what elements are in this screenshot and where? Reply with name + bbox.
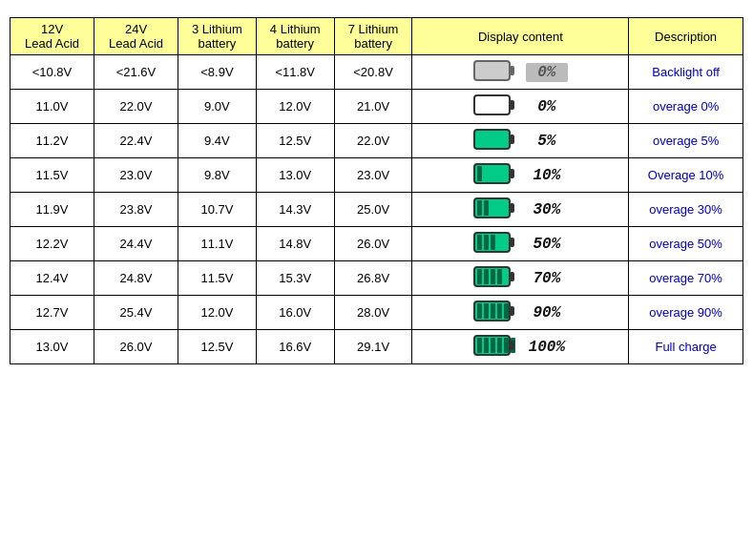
svg-rect-14 bbox=[477, 235, 482, 250]
svg-rect-10 bbox=[477, 200, 482, 216]
cell-v7: 29.1V bbox=[334, 330, 412, 364]
table-row: 11.5V23.0V9.8V13.0V23.0V 10%Overage 10% bbox=[10, 158, 743, 193]
svg-rect-22 bbox=[497, 269, 502, 284]
cell-v12: 11.2V bbox=[10, 124, 94, 158]
svg-rect-25 bbox=[477, 303, 482, 319]
svg-rect-26 bbox=[484, 303, 489, 319]
description-cell: Overage 10% bbox=[629, 158, 743, 193]
svg-rect-5 bbox=[510, 135, 514, 144]
cell-v12: 11.9V bbox=[10, 193, 94, 227]
display-content-cell: 90% bbox=[412, 296, 629, 330]
svg-rect-20 bbox=[484, 269, 489, 284]
cell-v12: <10.8V bbox=[10, 55, 94, 90]
svg-rect-16 bbox=[491, 235, 495, 250]
table-row: 12.2V24.4V11.1V14.8V26.0V 50%overage 50% bbox=[10, 227, 743, 261]
svg-rect-33 bbox=[484, 338, 489, 353]
table-row: 11.0V22.0V9.0V12.0V21.0V 0%overage 0% bbox=[10, 90, 743, 124]
pct-text: 100% bbox=[526, 339, 568, 356]
display-content-cell: 10% bbox=[412, 158, 629, 193]
cell-v4: 16.6V bbox=[256, 330, 334, 364]
svg-rect-17 bbox=[510, 238, 514, 247]
col-header-0: 12VLead Acid bbox=[10, 18, 94, 55]
cell-v4: <11.8V bbox=[256, 55, 334, 90]
pct-text: 5% bbox=[526, 133, 568, 150]
cell-v24: 24.8V bbox=[94, 261, 178, 296]
display-content-cell: 0% bbox=[412, 55, 629, 90]
pct-text: 90% bbox=[526, 304, 568, 321]
cell-v12: 12.7V bbox=[10, 296, 94, 330]
cell-v4: 14.8V bbox=[256, 227, 334, 261]
display-content-cell: 100% bbox=[412, 330, 629, 364]
battery-icon bbox=[473, 334, 522, 360]
cell-v24: 24.4V bbox=[94, 227, 178, 261]
table-row: 11.2V22.4V9.4V12.5V22.0V 5%overage 5% bbox=[10, 124, 743, 158]
svg-rect-4 bbox=[474, 130, 510, 149]
cell-v12: 11.5V bbox=[10, 158, 94, 193]
svg-rect-3 bbox=[510, 100, 514, 110]
battery-icon bbox=[473, 128, 522, 154]
description-cell: Backlight off bbox=[629, 55, 743, 90]
svg-rect-28 bbox=[497, 303, 502, 319]
cell-v3: 11.5V bbox=[178, 261, 257, 296]
svg-rect-30 bbox=[510, 306, 514, 316]
cell-v12: 13.0V bbox=[10, 330, 94, 364]
pct-text: 30% bbox=[526, 201, 568, 218]
cell-v7: 25.0V bbox=[334, 193, 412, 227]
cell-v3: 9.4V bbox=[178, 124, 257, 158]
pct-text: 0% bbox=[526, 63, 568, 82]
description-cell: overage 0% bbox=[629, 90, 743, 124]
battery-icon bbox=[473, 93, 522, 119]
battery-icon bbox=[473, 231, 522, 257]
svg-rect-11 bbox=[484, 200, 489, 216]
cell-v4: 15.3V bbox=[256, 261, 334, 296]
cell-v12: 12.4V bbox=[10, 261, 94, 296]
cell-v4: 16.0V bbox=[256, 296, 334, 330]
col-header-2: 3 Lithiumbattery bbox=[178, 18, 257, 55]
cell-v24: 26.0V bbox=[94, 330, 178, 364]
col-header-3: 4 Lithiumbattery bbox=[256, 18, 334, 55]
description-cell: overage 5% bbox=[629, 124, 743, 158]
cell-v24: 23.8V bbox=[94, 193, 178, 227]
display-content-cell: 70% bbox=[412, 261, 629, 296]
col-header-4: 7 Lithiumbattery bbox=[334, 18, 412, 55]
svg-rect-8 bbox=[510, 169, 514, 178]
svg-rect-27 bbox=[491, 303, 495, 319]
cell-v3: 12.0V bbox=[178, 296, 257, 330]
cell-v7: 21.0V bbox=[334, 90, 412, 124]
battery-icon bbox=[473, 265, 522, 291]
cell-v24: 23.0V bbox=[94, 158, 178, 193]
cell-v7: 26.8V bbox=[334, 261, 412, 296]
cell-v24: <21.6V bbox=[94, 55, 178, 90]
display-content-cell: 0% bbox=[412, 90, 629, 124]
pct-text: 0% bbox=[526, 98, 568, 115]
cell-v12: 11.0V bbox=[10, 90, 94, 124]
svg-rect-12 bbox=[510, 203, 514, 213]
cell-v3: 9.0V bbox=[178, 90, 257, 124]
table-row: 12.7V25.4V12.0V16.0V28.0V 90%overage 90% bbox=[10, 296, 743, 330]
battery-icon bbox=[473, 197, 522, 222]
cell-v3: 12.5V bbox=[178, 330, 257, 364]
svg-rect-0 bbox=[474, 61, 510, 80]
cell-v24: 25.4V bbox=[94, 296, 178, 330]
cell-v7: 28.0V bbox=[334, 296, 412, 330]
col-header-1: 24VLead Acid bbox=[94, 18, 178, 55]
cell-v3: 10.7V bbox=[178, 193, 257, 227]
table-row: 13.0V26.0V12.5V16.6V29.1V 100%Full charg… bbox=[10, 330, 743, 364]
description-cell: overage 30% bbox=[629, 193, 743, 227]
cell-v4: 14.3V bbox=[256, 193, 334, 227]
svg-rect-34 bbox=[491, 338, 495, 353]
battery-icon bbox=[473, 300, 522, 325]
table-row: <10.8V<21.6V<8.9V<11.8V<20.8V 0%Backligh… bbox=[10, 55, 743, 90]
pct-text: 70% bbox=[526, 270, 568, 287]
cell-v4: 12.5V bbox=[256, 124, 334, 158]
svg-rect-23 bbox=[510, 272, 514, 281]
svg-rect-15 bbox=[484, 235, 489, 250]
svg-rect-35 bbox=[497, 338, 502, 353]
table-row: 11.9V23.8V10.7V14.3V25.0V 30%overage 30% bbox=[10, 193, 743, 227]
svg-rect-38 bbox=[510, 341, 514, 350]
voltage-table: 12VLead Acid24VLead Acid3 Lithiumbattery… bbox=[10, 17, 743, 364]
svg-rect-19 bbox=[477, 269, 482, 284]
battery-icon bbox=[473, 59, 522, 85]
cell-v4: 12.0V bbox=[256, 90, 334, 124]
cell-v3: 11.1V bbox=[178, 227, 257, 261]
